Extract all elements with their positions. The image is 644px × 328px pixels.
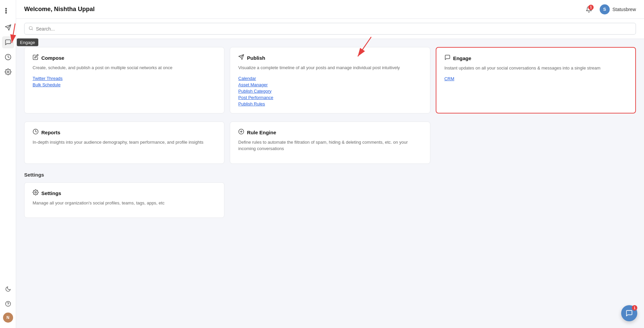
settings-card[interactable]: Settings Manage all your organization's … (24, 182, 224, 218)
main-content: Welcome, Nishtha Uppal 1 S Statusbrew (16, 0, 644, 328)
publish-icon (238, 54, 244, 62)
search-container (16, 19, 644, 39)
search-bar (24, 23, 636, 35)
rule-engine-title: Rule Engine (247, 130, 276, 135)
sidebar-item-dark-mode[interactable] (2, 283, 14, 295)
engage-title: Engage (453, 55, 471, 61)
engage-desc: Instant updates on all your social conve… (444, 65, 627, 72)
svg-point-2 (5, 12, 7, 14)
sidebar-user-avatar[interactable]: N (3, 313, 13, 323)
user-avatar: S (600, 4, 610, 14)
compose-title: Compose (41, 55, 64, 61)
notification-badge: 1 (588, 5, 594, 10)
compose-icon (33, 54, 39, 62)
publish-desc: Visualize a complete timeline of all you… (238, 64, 422, 71)
reports-card-header: Reports (33, 129, 216, 136)
engage-icon (444, 54, 450, 62)
rule-engine-desc: Define rules to automate the filtration … (238, 139, 422, 152)
chat-badge: 1 (632, 305, 637, 311)
rule-engine-card-header: Rule Engine (238, 129, 422, 136)
sidebar-item-reports[interactable] (2, 51, 14, 63)
settings-card-header: Settings (33, 189, 216, 197)
calendar-link[interactable]: Calendar (238, 76, 422, 81)
settings-title: Settings (41, 190, 61, 196)
svg-point-17 (35, 191, 37, 193)
reports-desc: In-depth insights into your audience dem… (33, 139, 216, 146)
svg-line-10 (32, 29, 33, 30)
search-icon (29, 26, 33, 32)
sidebar-item-engage[interactable] (2, 36, 14, 48)
settings-grid: Settings Manage all your organization's … (24, 182, 636, 218)
compose-card-header: Compose (33, 54, 216, 62)
reports-card[interactable]: Reports In-depth insights into your audi… (24, 122, 224, 164)
notification-button[interactable]: 1 (584, 4, 594, 15)
publish-links: Calendar Asset Manager Publish Category … (238, 76, 422, 106)
engage-card[interactable]: Engage Instant updates on all your socia… (436, 47, 636, 113)
search-input[interactable] (36, 26, 632, 32)
content-area: Compose Create, schedule, and publish a … (16, 39, 644, 328)
reports-title: Reports (41, 130, 60, 135)
rule-engine-icon (238, 129, 244, 136)
twitter-threads-link[interactable]: Twitter Threads (33, 76, 216, 81)
header: Welcome, Nishtha Uppal 1 S Statusbrew (16, 0, 644, 19)
publish-rules-link[interactable]: Publish Rules (238, 101, 422, 106)
compose-desc: Create, schedule, and publish a post on … (33, 64, 216, 71)
compose-card[interactable]: Compose Create, schedule, and publish a … (24, 47, 224, 113)
rule-engine-card[interactable]: Rule Engine Define rules to automate the… (230, 122, 430, 164)
bulk-schedule-link[interactable]: Bulk Schedule (33, 82, 216, 87)
settings-section: Settings Settings Manage a (24, 172, 636, 218)
settings-section-label: Settings (24, 172, 636, 178)
header-right: 1 S Statusbrew (584, 4, 636, 15)
settings-icon (33, 189, 39, 197)
sidebar-item-help[interactable] (2, 298, 14, 310)
user-profile[interactable]: S Statusbrew (600, 4, 636, 14)
main-cards-grid: Compose Create, schedule, and publish a … (24, 47, 636, 113)
sidebar-item-compose[interactable] (2, 21, 14, 34)
crm-link[interactable]: CRM (444, 76, 627, 81)
sidebar-logo (3, 5, 13, 16)
reports-icon (33, 129, 39, 136)
chat-widget[interactable]: 1 (621, 305, 637, 321)
svg-point-0 (5, 8, 7, 10)
svg-point-1 (5, 10, 7, 12)
settings-desc: Manage all your organization's social pr… (33, 200, 216, 206)
publish-card[interactable]: Publish Visualize a complete timeline of… (230, 47, 430, 113)
user-name: Statusbrew (612, 7, 636, 12)
secondary-cards-grid: Reports In-depth insights into your audi… (24, 122, 636, 164)
sidebar: Engage (0, 0, 16, 328)
publish-category-link[interactable]: Publish Category (238, 89, 422, 94)
post-performance-link[interactable]: Post Performance (238, 95, 422, 100)
sidebar-item-settings[interactable] (2, 66, 14, 78)
publish-title: Publish (247, 55, 265, 61)
engage-card-header: Engage (444, 54, 627, 62)
engage-links: CRM (444, 76, 627, 81)
page-title: Welcome, Nishtha Uppal (24, 6, 95, 13)
svg-point-6 (7, 71, 9, 73)
compose-links: Twitter Threads Bulk Schedule (33, 76, 216, 87)
asset-manager-link[interactable]: Asset Manager (238, 82, 422, 87)
publish-card-header: Publish (238, 54, 422, 62)
